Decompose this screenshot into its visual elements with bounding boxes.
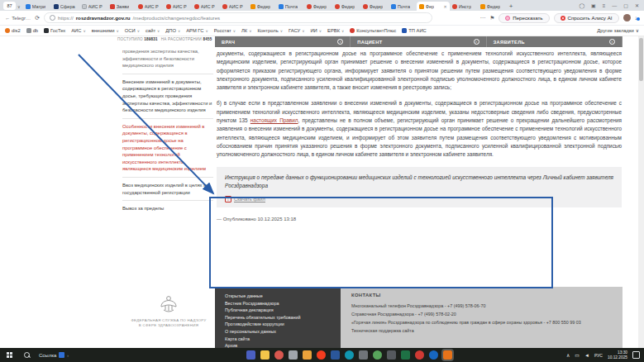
browser-tab[interactable]: АИС Р <box>136 2 164 11</box>
window-minimize-button[interactable]: — <box>612 3 617 8</box>
bookmark-flag-icon[interactable]: ⚑ <box>489 15 494 21</box>
new-tab-button[interactable]: + <box>509 2 513 10</box>
browser-tab[interactable]: Федер <box>478 2 506 11</box>
browser-tab[interactable]: Федер <box>360 2 389 11</box>
app-blue-icon[interactable] <box>246 350 255 360</box>
browser-tab[interactable]: Заяви <box>107 2 136 11</box>
bookmark-item[interactable]: db <box>26 28 38 33</box>
window-close-button[interactable]: ✕ <box>635 2 639 8</box>
volume-icon[interactable]: ◄ <box>584 353 589 358</box>
browser-tab[interactable]: Федер <box>248 2 276 11</box>
browser-tab[interactable]: Сфера <box>51 2 79 11</box>
network-icon[interactable]: ▭ <box>575 352 580 358</box>
footer-link[interactable]: Вестник Росздравнадзора <box>225 300 331 307</box>
browser-profile-icon[interactable]: ◯ <box>579 2 584 8</box>
bookmark-item[interactable]: ЕРВК ∨ <box>327 28 344 33</box>
tab-count-button[interactable]: 87 <box>3 2 16 10</box>
word-icon[interactable] <box>331 350 340 360</box>
language-indicator[interactable]: РУС <box>594 353 603 358</box>
bookmark-item[interactable]: внешними ∨ <box>92 28 119 33</box>
bookmark-favicon-icon <box>402 28 407 33</box>
retell-button[interactable]: Пересказать <box>499 13 549 23</box>
bookmark-item[interactable]: Росстат ∨ <box>214 28 236 33</box>
bookmark-item[interactable]: ГАСУ ∨ <box>289 28 304 33</box>
ask-alice-button[interactable]: Спросить Алису AI <box>554 13 619 23</box>
footer-link[interactable]: О персональных данных <box>225 328 331 336</box>
yandex-browser-icon[interactable] <box>317 350 326 360</box>
paint-icon[interactable] <box>274 350 284 360</box>
browser-tab[interactable]: Матри <box>23 2 51 11</box>
tab-list-caret-icon[interactable]: ∨ <box>17 4 21 9</box>
site-info-icon[interactable] <box>50 15 55 21</box>
sidebar-item[interactable]: проведения экспертизы качества, эффектив… <box>122 48 213 74</box>
file-explorer-icon[interactable] <box>260 350 270 360</box>
audience-nav-item[interactable]: ЗАЯВИТЕЛЬ › <box>487 36 623 47</box>
browser-tab[interactable]: Федер <box>304 2 332 11</box>
sidebar-item[interactable]: Вывоз за пределы <box>122 200 213 217</box>
clock[interactable]: 13:30 10.12.2025 <box>608 350 627 360</box>
snip-tool-icon[interactable] <box>443 350 452 360</box>
footer-link[interactable]: Карта сайта <box>225 336 331 343</box>
browser-tab[interactable]: АИС Р <box>164 2 192 11</box>
reload-icon[interactable]: ⟳ <box>35 15 40 21</box>
bookmark-item[interactable]: АИС ∨ <box>71 28 86 33</box>
scrollbar-thumb[interactable] <box>639 38 643 81</box>
footer-link[interactable]: Противодействие коррупции <box>225 321 331 328</box>
bookmark-item[interactable]: ЛК ∨ <box>241 28 251 33</box>
bookmark-item[interactable]: ИИ ∨ <box>310 28 322 33</box>
browser-tab[interactable]: Фер ✕ <box>417 2 450 11</box>
rules-link[interactable]: настоящих Правил <box>250 117 298 123</box>
edge-icon[interactable] <box>345 350 354 360</box>
address-bar[interactable]: https://roszdravnadzor.gov.ru/medproduct… <box>44 12 432 23</box>
app-dark-icon[interactable] <box>387 350 396 360</box>
download-file-link[interactable]: ↓ Скачать файл <box>225 196 613 202</box>
search-icon[interactable] <box>24 352 31 359</box>
chrome-icon[interactable] <box>373 350 382 360</box>
bookmark-item[interactable]: Контроль ∨ <box>257 28 282 33</box>
more-icon[interactable]: ⋯ <box>479 15 485 21</box>
bookmark-item[interactable]: ТП АИС <box>402 28 427 33</box>
audience-nav-item[interactable]: ВРАЧ › <box>215 36 351 47</box>
browser-tab[interactable]: АИС Р <box>79 2 107 11</box>
sidebar-item[interactable]: Ввоз медицинских изделий в целях их госу… <box>122 177 213 200</box>
other-bookmarks-button[interactable]: Другие закладки ∨ <box>597 28 639 33</box>
browser-tab[interactable]: Почта <box>276 2 304 11</box>
browser-tab[interactable]: Инстр <box>450 2 478 11</box>
bookmark-item[interactable]: dis2 <box>5 28 21 33</box>
window-maximize-button[interactable]: ▢ <box>623 2 628 8</box>
app-blue-circle-icon[interactable] <box>429 350 438 360</box>
start-button[interactable] <box>7 352 12 358</box>
browser-tab[interactable]: Почта <box>389 2 417 11</box>
downloads-icon[interactable]: ↓ <box>635 15 640 21</box>
tab-close-icon[interactable]: ✕ <box>443 4 446 9</box>
page-scrollbar[interactable] <box>638 36 644 348</box>
sidebar-item[interactable]: Особенности внесения изменений в докумен… <box>122 118 213 177</box>
bookmark-item[interactable]: ДПО ∨ <box>165 28 180 33</box>
bookmark-item[interactable]: ГосТех <box>44 28 65 33</box>
browser-tab[interactable]: АИС Р <box>192 2 220 11</box>
excel-icon[interactable] <box>401 350 410 360</box>
browser-tab[interactable]: Федер <box>332 2 360 11</box>
bookmark-item[interactable]: КонсультантПлюс <box>350 28 396 33</box>
tray-expand-icon[interactable]: ∧ <box>566 352 570 358</box>
browser-menu-icon[interactable]: ≡ <box>603 3 606 8</box>
app-gray-icon[interactable] <box>289 350 298 360</box>
browser-panels-icon[interactable]: ▣ <box>591 2 596 8</box>
bookmark-item[interactable]: ОСИ ∨ <box>125 28 140 33</box>
bookmark-item[interactable]: АРМ ГС ∨ <box>186 28 208 33</box>
back-button[interactable]: ← Telegr… <box>5 15 31 21</box>
footer-link[interactable]: Перечень обязательных требований <box>225 314 331 322</box>
profile-avatar[interactable] <box>623 14 631 21</box>
footer-link[interactable]: Публичная декларация <box>225 307 331 314</box>
notifications-icon[interactable] <box>632 351 640 359</box>
notepad-icon[interactable] <box>359 350 368 360</box>
folder-window-icon[interactable] <box>303 350 312 360</box>
footer-link[interactable]: Архив <box>225 342 331 348</box>
sidebar-item[interactable]: Внесение изменений в документы, содержащ… <box>122 74 213 118</box>
footer-link[interactable]: Открытые данные <box>225 293 331 300</box>
opera-icon[interactable] <box>415 350 424 360</box>
browser-tab[interactable]: АИС Р <box>220 2 248 11</box>
taskbar-search-item[interactable]: Ссылка › <box>39 352 69 358</box>
audience-nav-item[interactable]: ПАЦИЕНТ › <box>351 36 486 47</box>
bookmark-item[interactable]: сайт ∨ <box>145 28 160 33</box>
